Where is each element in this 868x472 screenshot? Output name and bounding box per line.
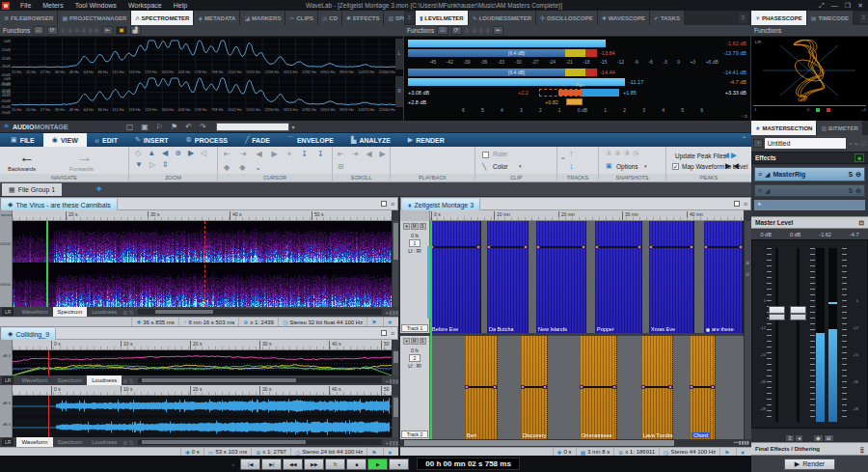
- zoom-tool-icon[interactable]: ▼: [135, 160, 143, 169]
- menu-item[interactable]: Workspace: [122, 2, 168, 9]
- envelope-node[interactable]: [493, 385, 497, 389]
- zoom-strip-icon[interactable]: ▸▮▮▮: [386, 309, 398, 316]
- meter-tab[interactable]: ✱EFFECTS: [342, 11, 384, 25]
- envelope-node[interactable]: [543, 385, 547, 389]
- scroll-tool-icon[interactable]: ▶: [380, 150, 386, 158]
- fader-track-left[interactable]: [775, 248, 778, 422]
- mute-button[interactable]: M: [411, 338, 419, 345]
- view-tab[interactable]: Waveform: [16, 375, 52, 385]
- refresh-icon[interactable]: ⟳: [451, 26, 462, 35]
- virus-spectrogram-area[interactable]: [13, 221, 392, 307]
- track-fx-label[interactable]: 0 fx: [400, 233, 429, 238]
- layout-icon[interactable]: ▟: [130, 26, 141, 35]
- mute-button[interactable]: M: [411, 223, 419, 230]
- envelope-node[interactable]: [476, 245, 480, 249]
- strip-menu-icon[interactable]: ≡: [739, 13, 747, 23]
- cursor-tool-icon[interactable]: ⇤: [224, 150, 231, 159]
- envelope-node[interactable]: [739, 245, 743, 249]
- transport-button[interactable]: ■: [346, 458, 366, 470]
- map-waveform-checkbox[interactable]: ✔: [672, 163, 679, 170]
- view-tab[interactable]: Loudness: [87, 307, 122, 317]
- virus-window-tab[interactable]: ◈The Virus - are these Cannibals: [2, 199, 118, 210]
- bitmeter-tab[interactable]: ▥BITMETER: [817, 121, 862, 135]
- audition-icon[interactable]: ◂: [795, 434, 803, 442]
- montage-window-tab[interactable]: ♦Zeitgeist Montage 3: [402, 199, 480, 210]
- cursor-tool-icon[interactable]: ⌄: [255, 163, 261, 172]
- track-name[interactable]: Track 2: [401, 430, 428, 438]
- track-fold-icon[interactable]: ▾: [403, 338, 409, 345]
- meter-tab[interactable]: ◎CD: [318, 11, 342, 25]
- select-tool-icon[interactable]: ☑: [33, 26, 43, 35]
- lr-tab[interactable]: LR: [2, 438, 14, 446]
- scroll-thumb[interactable]: [404, 440, 674, 446]
- ribbon-tab[interactable]: ✎INSERT: [126, 133, 177, 147]
- montage-clip[interactable]: New Islands: [536, 221, 586, 333]
- zoom-in-icon[interactable]: ⊕: [746, 260, 749, 265]
- colliding-wave-ruler[interactable]: 0 s10 s20 s30 s40 s50 s: [13, 385, 392, 396]
- refresh-icon[interactable]: ⟳: [47, 26, 58, 35]
- ribbon-tab[interactable]: ⚙PROCESS: [177, 133, 237, 147]
- lr-tab[interactable]: LR: [2, 376, 14, 384]
- dropdown-arrow-icon[interactable]: ▾: [292, 124, 295, 130]
- meter-tab[interactable]: ✚WAVESCOPE: [598, 11, 650, 25]
- view-tab[interactable]: Spectrum: [53, 307, 88, 317]
- track-number-button[interactable]: 1: [409, 239, 420, 247]
- add-group-icon[interactable]: ✚: [96, 185, 102, 193]
- clip-envelope[interactable]: [487, 246, 528, 248]
- zoom-tool-icon[interactable]: ◇: [135, 149, 141, 157]
- montage-clip[interactable]: Da Butcha: [487, 221, 529, 333]
- track-name[interactable]: Track 1: [401, 324, 428, 332]
- montage-clip[interactable]: are these: [704, 221, 744, 333]
- color-label[interactable]: Color: [493, 163, 508, 170]
- options-dropdown-icon[interactable]: ▾: [644, 163, 647, 169]
- ribbon-tab[interactable]: ⌒ENVELOPE: [279, 133, 342, 147]
- ruler-checkbox[interactable]: [482, 152, 489, 158]
- mastersection-tab[interactable]: ★MASTERSECTION: [751, 121, 817, 135]
- montage-hscrollbar[interactable]: ▪▪▪▮▮▮▮: [400, 439, 751, 447]
- view-settings-icon[interactable]: ⚙: [122, 309, 127, 316]
- colliding-waveform-display[interactable]: [13, 396, 392, 437]
- menu-item[interactable]: Help: [168, 2, 193, 9]
- scroll-tool-icon[interactable]: ⇥: [352, 150, 359, 158]
- fader-handle-left[interactable]: [769, 306, 785, 320]
- cursor-tool-icon[interactable]: ⌖: [287, 150, 292, 159]
- view-tab[interactable]: Waveform: [16, 307, 52, 317]
- snapshot-slot-icon[interactable]: ◷: [633, 150, 638, 157]
- transport-button[interactable]: ◀◀: [283, 458, 303, 470]
- track-up-icon[interactable]: ↑: [569, 149, 574, 158]
- meter-tab[interactable]: ✔TASKS: [650, 11, 685, 25]
- virus-ruler[interactable]: 20 s30 s40 s50 s: [13, 210, 392, 221]
- cursor-tool-icon[interactable]: ↧: [301, 150, 308, 159]
- meter-tab[interactable]: ▤TIMECODE: [807, 11, 854, 25]
- envelope-node[interactable]: [487, 245, 491, 249]
- envelope-node[interactable]: [641, 385, 645, 389]
- zoom-tool-icon[interactable]: ▲: [148, 149, 155, 157]
- lr-tab[interactable]: LR: [2, 308, 14, 316]
- update-peak-files-button[interactable]: Update Peak Files: [675, 153, 726, 159]
- track-fold-icon[interactable]: ▾: [403, 223, 409, 230]
- snap-icon[interactable]: ⇤: [102, 26, 113, 35]
- track-routing-label[interactable]: Lf : Rf: [400, 248, 429, 254]
- envelope-node[interactable]: [536, 245, 540, 249]
- functions-menu[interactable]: Functions: [754, 27, 781, 34]
- restore-icon[interactable]: ⤢: [819, 2, 825, 10]
- functions-menu[interactable]: Functions: [3, 27, 30, 34]
- colliding-loudness-display[interactable]: [13, 350, 392, 375]
- view-settings-icon[interactable]: ⚙: [122, 377, 127, 384]
- ribbon-tab[interactable]: ◉VIEW: [43, 133, 87, 147]
- clip-envelope[interactable]: [430, 246, 480, 248]
- status-segment[interactable]: ★: [383, 318, 398, 327]
- snap-icon[interactable]: ⇤: [493, 26, 503, 35]
- montage-clip[interactable]: Popper: [595, 221, 642, 333]
- quick-tool-icon[interactable]: ⚐: [156, 123, 163, 131]
- quick-tool-icon[interactable]: ↶: [185, 123, 192, 131]
- track-down-icon[interactable]: ↓: [569, 161, 574, 171]
- window-checkbox[interactable]: [381, 201, 387, 207]
- colliding-hscrollbar[interactable]: [138, 377, 382, 383]
- view-tab[interactable]: Spectrum: [53, 375, 88, 385]
- montage-clip[interactable]: Ortenstrasse: [580, 336, 617, 439]
- montage-clip[interactable]: Lava Tundra: [641, 336, 673, 439]
- functions-menu[interactable]: Functions: [407, 27, 434, 34]
- preset-history-icon[interactable]: ◔: [753, 139, 763, 148]
- snapshot-slot-icon[interactable]: ③: [624, 150, 630, 157]
